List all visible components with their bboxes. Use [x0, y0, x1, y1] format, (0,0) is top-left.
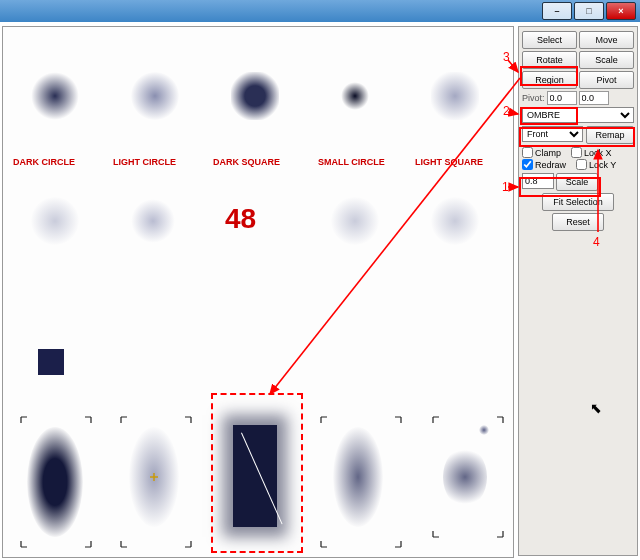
- move-button[interactable]: Move: [579, 31, 634, 49]
- brush-light-circle: [131, 72, 179, 120]
- remap-button[interactable]: Remap: [586, 126, 634, 144]
- tool-panel: Select Move Rotate Scale Region Pivot Pi…: [518, 26, 638, 556]
- mouse-cursor-icon: ⬉: [590, 400, 602, 416]
- scale-button[interactable]: Scale: [579, 51, 634, 69]
- locky-checkbox[interactable]: Lock Y: [576, 159, 616, 170]
- brush-bottom-4: [333, 427, 383, 527]
- ombre-select[interactable]: OMBRE: [522, 107, 634, 123]
- reset-button[interactable]: Reset: [552, 213, 604, 231]
- clamp-checkbox[interactable]: Clamp: [522, 147, 561, 158]
- rotate-button[interactable]: Rotate: [522, 51, 577, 69]
- brush-light-square: [431, 72, 479, 120]
- brush-row2-2: [131, 199, 175, 243]
- pivot-x-input[interactable]: [547, 91, 577, 105]
- label-light-square: LIGHT SQUARE: [415, 157, 483, 167]
- label-dark-circle: DARK CIRCLE: [13, 157, 75, 167]
- label-dark-square: DARK SQUARE: [213, 157, 280, 167]
- fit-selection-button[interactable]: Fit Selection: [542, 193, 614, 211]
- solid-square: [38, 349, 64, 375]
- window-minimize-button[interactable]: –: [542, 2, 572, 20]
- brush-row2-4: [331, 197, 379, 245]
- brush-bottom-5-dot: [479, 425, 489, 435]
- select-button[interactable]: Select: [522, 31, 577, 49]
- region-button[interactable]: Region: [522, 71, 577, 89]
- lockx-checkbox[interactable]: Lock X: [571, 147, 612, 158]
- region-selection: [211, 393, 303, 553]
- redraw-checkbox[interactable]: Redraw: [522, 159, 566, 170]
- front-select[interactable]: Front: [522, 126, 583, 142]
- label-light-circle: LIGHT CIRCLE: [113, 157, 176, 167]
- canvas-area[interactable]: DARK CIRCLE LIGHT CIRCLE DARK SQUARE SMA…: [2, 26, 514, 558]
- scale-value-input[interactable]: [522, 173, 554, 189]
- brush-bottom-1: [27, 427, 83, 537]
- pivot-button[interactable]: Pivot: [579, 71, 634, 89]
- brush-row2-5: [431, 197, 479, 245]
- pivot-y-input[interactable]: [579, 91, 609, 105]
- label-small-circle: SMALL CIRCLE: [318, 157, 385, 167]
- brush-row2-1: [31, 197, 79, 245]
- brush-dark-circle: [31, 72, 79, 120]
- brush-small-circle: [341, 82, 369, 110]
- pivot-label: Pivot:: [522, 93, 545, 103]
- annotation-number-48: 48: [225, 203, 256, 235]
- brush-dark-square: [231, 72, 279, 120]
- scale-apply-button[interactable]: Scale: [556, 173, 598, 191]
- window-close-button[interactable]: ×: [606, 2, 636, 20]
- title-bar: – □ ×: [0, 0, 640, 22]
- brush-bottom-2: [129, 427, 179, 527]
- window-maximize-button[interactable]: □: [574, 2, 604, 20]
- brush-bottom-5: [443, 447, 487, 507]
